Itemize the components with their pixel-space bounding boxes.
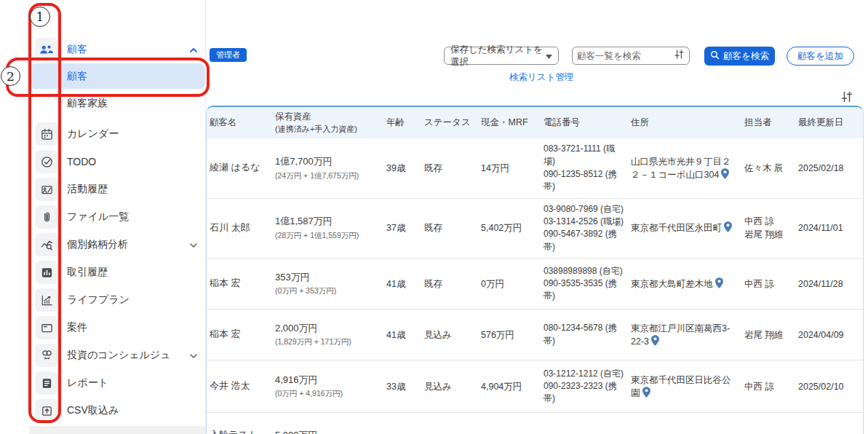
assets-cell: 4,916万円(0万円 + 4,916万円) [272, 360, 383, 412]
cash-mrf-cell: 576万円 [478, 309, 541, 360]
sidebar-item-todo[interactable]: TODO [35, 148, 205, 175]
age-cell: 37歳 [383, 199, 421, 259]
table-row[interactable]: 綾瀬 はるな1億7,700万円(24万円 + 1億7,675万円)39歳既存14… [207, 138, 863, 198]
sidebar-item-label: ライフプラン [67, 293, 130, 307]
sidebar-item-stock-analysis[interactable]: 個別銘柄分析 [35, 231, 205, 259]
age-cell: 33歳 [383, 360, 421, 412]
column-header: ステータス [421, 107, 478, 138]
sidebar-item-label: TODO [67, 156, 96, 167]
annotation-circle-2: 2 [1, 66, 20, 86]
sidebar-item-label: レポート [67, 376, 108, 390]
sidebar-item-label: カレンダー [67, 127, 119, 141]
table-row[interactable]: 今井 浩太4,916万円(0万円 + 4,916万円)33歳見込み4,904万円… [207, 360, 863, 412]
phone-numbers-cell: 080-1234-5678 (携帯) [541, 309, 628, 360]
status-cell: 既存 [421, 138, 478, 198]
chart-search-icon [35, 233, 58, 256]
age-cell: 41歳 [383, 309, 421, 360]
bar-chart-icon [35, 261, 58, 284]
table-row[interactable]: 石川 太郎1億1,587万円(28万円 + 1億1,559万円)37歳既存5,4… [207, 198, 863, 259]
sidebar-item-reports[interactable]: レポート [35, 369, 205, 397]
staff-cell: 佐々木 辰 [741, 138, 795, 198]
sidebar-item-investment-concierge[interactable]: 投資のコンシェルジュ [35, 342, 205, 369]
customer-name-cell: 稲本 宏 [207, 259, 272, 309]
cash-mrf-cell: 5,000万円 [478, 413, 541, 434]
table-row[interactable]: 稲本 宏2,000万円(1,829万円 + 171万円)41歳見込み576万円0… [207, 309, 863, 360]
assets-cell: 1億7,700万円(24万円 + 1億7,675万円) [272, 138, 383, 198]
address-cell: 山口県光市光井９丁目２２－１コーポ山口304 [628, 138, 741, 198]
sidebar-item-activity-log[interactable]: 活動履歴 [35, 175, 205, 203]
customer-list-search-input[interactable] [577, 51, 674, 61]
sidebar-subitem-customer-family[interactable]: 顧客家族 [29, 92, 205, 114]
case-card-icon [35, 316, 58, 339]
column-header: 年齢 [383, 107, 421, 138]
staff-cell: 中西 諒 [741, 259, 795, 309]
sidebar-subitem-label: 顧客家族 [67, 97, 108, 110]
sidebar-item-cases[interactable]: 案件 [35, 314, 205, 342]
last-updated-cell: 2025/02/10 [795, 360, 863, 412]
cash-mrf-cell: 4,904万円 [478, 360, 541, 412]
column-header: 住所 [628, 107, 741, 138]
sidebar-item-label: 個別銘柄分析 [67, 238, 128, 251]
address-cell: 東京都千代田区永田町 [628, 199, 741, 259]
concierge-icon [35, 344, 58, 367]
add-customer-button[interactable]: 顧客を追加 [787, 47, 854, 66]
phone-numbers-cell: 03898989898 (自宅) 090-3535-3535 (携帯) [541, 259, 628, 309]
report-icon [35, 371, 58, 395]
filter-sliders-icon[interactable] [674, 49, 685, 63]
customer-table-header: 顧客名保有資産(連携済み+手入力資産)年齢ステータス現金・MRF電話番号住所担当… [207, 107, 863, 138]
dropdown-caret-icon [546, 51, 552, 61]
address-cell: 東京都千代田区日比谷公園 [628, 360, 741, 412]
sidebar-item-calendar[interactable]: カレンダー [35, 120, 205, 148]
sidebar-item-csv-import[interactable]: CSV取込み [35, 397, 205, 425]
last-updated-cell: 2024/11/28 [795, 259, 863, 309]
customer-name-cell: 稲本 宏 [207, 309, 272, 360]
chevron-up-icon[interactable] [189, 43, 198, 56]
search-list-manage-link[interactable]: 検索リスト管理 [509, 71, 573, 84]
assets-cell: 2,000万円(1,829万円 + 171万円) [272, 309, 383, 360]
last-updated-cell: 2024/04/09 [795, 309, 863, 360]
column-header: 保有資産(連携済み+手入力資産) [272, 107, 383, 138]
sidebar-subitem-customers-selected[interactable]: 顧客 [29, 63, 205, 89]
last-updated-cell: 2025/02/25 [795, 413, 863, 434]
column-header: 顧客名 [207, 107, 272, 138]
saved-search-list-select[interactable]: 保存した検索リストを選択 [444, 47, 559, 65]
assets-cell: 1億1,587万円(28万円 + 1億1,559万円) [272, 199, 383, 259]
chevron-down-icon[interactable] [189, 349, 198, 362]
check-circle-icon [35, 150, 58, 173]
sidebar-item-life-plan[interactable]: ライフプラン [35, 286, 205, 314]
activity-log-icon [35, 178, 58, 201]
customer-list-search-box [572, 47, 690, 65]
sidebar-item-label: ファイル一覧 [67, 210, 129, 224]
column-header: 電話番号 [541, 107, 628, 138]
staff-cell: 中西 諒 [741, 360, 795, 412]
age-cell: 41歳 [383, 259, 421, 309]
sidebar-item-customers[interactable]: 顧客 [35, 36, 205, 63]
sidebar-item-file-list[interactable]: ファイル一覧 [35, 203, 205, 231]
customer-name-cell: 入舩テスト 勇人 テスト [207, 413, 272, 434]
location-pin-icon[interactable] [722, 223, 732, 233]
search-customers-button[interactable]: 顧客を検索 [704, 47, 775, 66]
sidebar-item-label: 投資のコンシェルジュ [67, 349, 171, 362]
last-updated-cell: 2024/11/01 [795, 199, 863, 259]
annotation-circle-1: 1 [30, 7, 50, 27]
phone-numbers-cell: 03-9080-7969 (自宅) 03-1314-2526 (職場) 090-… [541, 199, 628, 259]
chevron-down-icon[interactable] [189, 238, 198, 251]
saved-search-list-select-value: 保存した検索リストを選択 [450, 44, 546, 68]
cash-mrf-cell: 5,402万円 [478, 199, 541, 259]
address-cell [628, 413, 741, 434]
customer-table: 顧客名保有資産(連携済み+手入力資産)年齢ステータス現金・MRF電話番号住所担当… [206, 106, 864, 434]
table-row[interactable]: 入舩テスト 勇人 テスト5,000万円(0万円 + 5,000万円)-見込み5,… [207, 412, 863, 434]
cash-mrf-cell: 14万円 [478, 138, 541, 198]
staff-cell: 中西 諒 [741, 413, 795, 434]
table-row[interactable]: 稲本 宏353万円(0万円 + 353万円)41歳既存0万円0389898989… [207, 258, 863, 309]
location-pin-icon[interactable] [713, 279, 723, 289]
location-pin-icon[interactable] [640, 388, 650, 398]
customer-name-cell: 今井 浩太 [207, 360, 272, 412]
table-filter-sliders-icon[interactable] [840, 90, 853, 106]
location-pin-icon[interactable] [719, 170, 729, 180]
search-icon [710, 50, 720, 62]
sidebar-subitem-label: 顧客 [67, 70, 87, 83]
status-cell: 見込み [421, 309, 478, 360]
sidebar-item-transaction-history[interactable]: 取引履歴 [35, 259, 205, 286]
location-pin-icon[interactable] [649, 336, 659, 347]
